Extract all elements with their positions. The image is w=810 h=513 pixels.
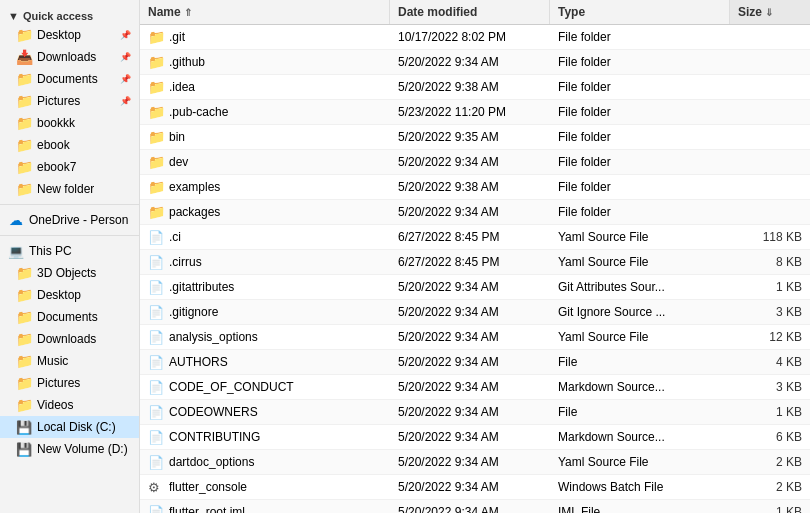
table-row[interactable]: 📁 .pub-cache 5/23/2022 11:20 PM File fol… [140, 100, 810, 125]
table-row[interactable]: 📄 analysis_options 5/20/2022 9:34 AM Yam… [140, 325, 810, 350]
sidebar-item-documents[interactable]: 📁 Documents 📌 [0, 68, 139, 90]
table-row[interactable]: 📄 .cirrus 6/27/2022 8:45 PM Yaml Source … [140, 250, 810, 275]
main-content: Name ⇑ Date modified Type Size ⇓ 📁 .git … [140, 0, 810, 513]
file-list: 📁 .git 10/17/2022 8:02 PM File folder 📁 … [140, 25, 810, 513]
sidebar-item-pictures-pc[interactable]: 📁 Pictures [0, 372, 139, 394]
file-date: 5/20/2022 9:34 AM [390, 50, 550, 74]
sidebar-item-ebook7[interactable]: 📁 ebook7 [0, 156, 139, 178]
sidebar-item-local-disk-c[interactable]: 💾 Local Disk (C:) [0, 416, 139, 438]
chevron-down-icon: ▼ [8, 10, 19, 22]
sidebar-item-downloads[interactable]: 📥 Downloads 📌 [0, 46, 139, 68]
sidebar-item-documents-pc[interactable]: 📁 Documents [0, 306, 139, 328]
table-row[interactable]: 📄 .ci 6/27/2022 8:45 PM Yaml Source File… [140, 225, 810, 250]
file-type: Yaml Source File [550, 450, 730, 474]
table-row[interactable]: 📁 .idea 5/20/2022 9:38 AM File folder [140, 75, 810, 100]
file-type: File folder [550, 200, 730, 224]
sidebar-item-desktop-pc[interactable]: 📁 Desktop [0, 284, 139, 306]
table-row[interactable]: 📁 bin 5/20/2022 9:35 AM File folder [140, 125, 810, 150]
column-header-type[interactable]: Type [550, 0, 730, 24]
table-row[interactable]: 📄 CODE_OF_CONDUCT 5/20/2022 9:34 AM Mark… [140, 375, 810, 400]
column-header-date[interactable]: Date modified [390, 0, 550, 24]
table-row[interactable]: ⚙ flutter_console 5/20/2022 9:34 AM Wind… [140, 475, 810, 500]
file-size: 1 KB [730, 275, 810, 299]
file-size [730, 75, 810, 99]
file-date: 6/27/2022 8:45 PM [390, 250, 550, 274]
file-date: 5/20/2022 9:38 AM [390, 175, 550, 199]
folder-icon: 📁 [16, 287, 32, 303]
file-date: 5/20/2022 9:34 AM [390, 200, 550, 224]
file-date: 5/20/2022 9:34 AM [390, 475, 550, 499]
file-type: File folder [550, 100, 730, 124]
file-name: 📄 CODE_OF_CONDUCT [140, 375, 390, 399]
table-row[interactable]: 📁 packages 5/20/2022 9:34 AM File folder [140, 200, 810, 225]
table-row[interactable]: 📁 dev 5/20/2022 9:34 AM File folder [140, 150, 810, 175]
file-type: File folder [550, 75, 730, 99]
table-row[interactable]: 📄 .gitignore 5/20/2022 9:34 AM Git Ignor… [140, 300, 810, 325]
table-row[interactable]: 📁 .git 10/17/2022 8:02 PM File folder [140, 25, 810, 50]
file-type: Windows Batch File [550, 475, 730, 499]
sidebar-item-this-pc[interactable]: 💻 This PC [0, 240, 139, 262]
onedrive-icon: ☁ [8, 212, 24, 228]
file-date: 5/20/2022 9:38 AM [390, 75, 550, 99]
file-size: 1 KB [730, 500, 810, 513]
folder-icon: 📁 [16, 375, 32, 391]
table-row[interactable]: 📄 CODEOWNERS 5/20/2022 9:34 AM File 1 KB [140, 400, 810, 425]
sidebar-item-onedrive[interactable]: ☁ OneDrive - Person [0, 209, 139, 231]
table-row[interactable]: 📁 .github 5/20/2022 9:34 AM File folder [140, 50, 810, 75]
file-size: 3 KB [730, 375, 810, 399]
file-name: 📄 CONTRIBUTING [140, 425, 390, 449]
column-header-size[interactable]: Size ⇓ [730, 0, 810, 24]
file-name: 📁 .pub-cache [140, 100, 390, 124]
file-date: 6/27/2022 8:45 PM [390, 225, 550, 249]
table-header: Name ⇑ Date modified Type Size ⇓ [140, 0, 810, 25]
file-size: 3 KB [730, 300, 810, 324]
file-type-icon: 📄 [148, 429, 164, 445]
file-type-icon: ⚙ [148, 479, 164, 495]
file-type: File [550, 350, 730, 374]
table-row[interactable]: 📄 dartdoc_options 5/20/2022 9:34 AM Yaml… [140, 450, 810, 475]
file-name: 📁 dev [140, 150, 390, 174]
folder-icon: 📁 [16, 331, 32, 347]
file-name: 📄 .ci [140, 225, 390, 249]
file-type: Markdown Source... [550, 375, 730, 399]
file-name: 📄 analysis_options [140, 325, 390, 349]
file-name: 📄 AUTHORS [140, 350, 390, 374]
table-row[interactable]: 📄 .gitattributes 5/20/2022 9:34 AM Git A… [140, 275, 810, 300]
table-row[interactable]: 📄 CONTRIBUTING 5/20/2022 9:34 AM Markdow… [140, 425, 810, 450]
folder-icon: 📁 [16, 265, 32, 281]
folder-icon: 📁 [16, 353, 32, 369]
file-name: 📁 .git [140, 25, 390, 49]
file-size: 6 KB [730, 425, 810, 449]
file-size: 12 KB [730, 325, 810, 349]
sidebar-item-desktop[interactable]: 📁 Desktop 📌 [0, 24, 139, 46]
sidebar-item-music[interactable]: 📁 Music [0, 350, 139, 372]
file-type-icon: 📄 [148, 329, 164, 345]
file-type-icon: 📄 [148, 279, 164, 295]
sidebar-item-new-folder[interactable]: 📁 New folder [0, 178, 139, 200]
sidebar-item-videos[interactable]: 📁 Videos [0, 394, 139, 416]
file-size: 2 KB [730, 475, 810, 499]
sidebar-item-3d-objects[interactable]: 📁 3D Objects [0, 262, 139, 284]
table-row[interactable]: 📄 flutter_root.iml 5/20/2022 9:34 AM IML… [140, 500, 810, 513]
folder-icon: 📁 [16, 137, 32, 153]
file-type: Git Attributes Sour... [550, 275, 730, 299]
sidebar-item-bookkk[interactable]: 📁 bookkk [0, 112, 139, 134]
file-type-icon: 📄 [148, 229, 164, 245]
file-type: Yaml Source File [550, 225, 730, 249]
sidebar-item-pictures[interactable]: 📁 Pictures 📌 [0, 90, 139, 112]
column-header-name[interactable]: Name ⇑ [140, 0, 390, 24]
file-date: 5/20/2022 9:34 AM [390, 300, 550, 324]
file-date: 5/20/2022 9:34 AM [390, 275, 550, 299]
sidebar-item-ebook[interactable]: 📁 ebook [0, 134, 139, 156]
file-type: File folder [550, 125, 730, 149]
file-name: 📁 examples [140, 175, 390, 199]
file-type-icon: 📄 [148, 354, 164, 370]
sidebar-item-downloads-pc[interactable]: 📁 Downloads [0, 328, 139, 350]
sidebar-item-new-volume-d[interactable]: 💾 New Volume (D:) [0, 438, 139, 460]
table-row[interactable]: 📁 examples 5/20/2022 9:38 AM File folder [140, 175, 810, 200]
table-row[interactable]: 📄 AUTHORS 5/20/2022 9:34 AM File 4 KB [140, 350, 810, 375]
file-type-icon: 📄 [148, 254, 164, 270]
file-type-icon: 📁 [148, 204, 164, 220]
file-type-icon: 📁 [148, 54, 164, 70]
file-type: File folder [550, 150, 730, 174]
